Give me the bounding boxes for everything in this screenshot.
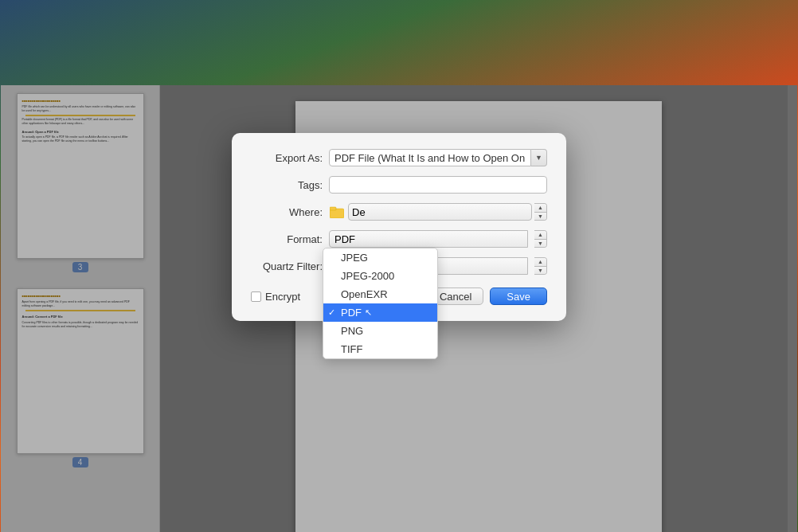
dialog-buttons: Cancel Save <box>428 288 547 305</box>
where-stepper[interactable]: ▲ ▼ <box>534 203 547 221</box>
where-arrow-up[interactable]: ▲ <box>534 204 546 213</box>
export-as-input-group: ▼ <box>329 149 547 166</box>
encrypt-checkbox[interactable] <box>251 291 261 302</box>
export-as-input[interactable] <box>329 149 531 166</box>
quartz-stepper-down[interactable]: ▼ <box>534 267 546 275</box>
cursor-arrow: ↖ <box>365 307 372 318</box>
quartz-stepper[interactable]: ▲ ▼ <box>534 257 547 275</box>
format-option-openexr[interactable]: OpenEXR <box>323 285 437 303</box>
format-option-pdf-label: PDF <box>341 307 362 319</box>
format-option-tiff[interactable]: TIFF <box>323 340 437 358</box>
where-selector-group: De ▲ ▼ <box>329 203 547 221</box>
export-as-dropdown-btn[interactable]: ▼ <box>531 149 547 166</box>
format-option-jpeg2000[interactable]: JPEG-2000 <box>323 267 437 285</box>
format-option-png[interactable]: PNG <box>323 322 437 340</box>
quartz-label: Quartz Filter: <box>251 260 323 272</box>
format-option-pdf[interactable]: ✓ PDF ↖ <box>323 303 437 322</box>
tags-input[interactable] <box>329 176 547 194</box>
format-stepper-down[interactable]: ▼ <box>534 240 546 248</box>
encrypt-checkbox-group: Encrypt <box>251 291 300 303</box>
format-option-openexr-label: OpenEXR <box>341 288 388 300</box>
format-label: Format: <box>251 233 323 245</box>
where-value: De <box>352 206 366 218</box>
format-option-jpeg[interactable]: JPEG <box>323 248 437 267</box>
format-option-jpeg-label: JPEG <box>341 252 368 264</box>
format-option-png-label: PNG <box>341 325 363 337</box>
format-row: Format: PDF ▲ ▼ JPEG JPEG-2000 <box>251 230 547 248</box>
app-content: ■■■■■■■■■■■■■■■■■■■■ PDF file which can … <box>1 85 797 532</box>
tags-label: Tags: <box>251 179 323 191</box>
tags-row: Tags: <box>251 176 547 194</box>
format-dropdown-menu: JPEG JPEG-2000 OpenEXR ✓ PDF ↖ <box>323 248 438 359</box>
export-as-row: Export As: ▼ <box>251 149 547 166</box>
app-window: PDF File (What It Is and How to Open One… <box>0 19 798 532</box>
export-dialog: Export As: ▼ Tags: Where: <box>232 133 566 321</box>
format-option-tiff-label: TIFF <box>341 343 362 355</box>
save-button[interactable]: Save <box>490 288 547 305</box>
format-value: PDF <box>334 233 355 245</box>
svg-rect-1 <box>330 207 336 210</box>
where-arrow-down[interactable]: ▼ <box>534 213 546 221</box>
export-dialog-overlay: Export As: ▼ Tags: Where: <box>1 85 797 532</box>
where-label: Where: <box>251 206 323 218</box>
format-stepper-up[interactable]: ▲ <box>534 231 546 240</box>
export-as-label: Export As: <box>251 152 323 164</box>
checkmark-icon: ✓ <box>328 307 335 318</box>
format-stepper[interactable]: ▲ ▼ <box>534 230 547 248</box>
format-selector[interactable]: PDF <box>329 230 528 248</box>
format-option-jpeg2000-label: JPEG-2000 <box>341 270 394 282</box>
folder-icon <box>329 204 345 220</box>
where-selector[interactable]: De <box>348 203 532 221</box>
encrypt-label: Encrypt <box>265 291 300 303</box>
where-row: Where: De ▲ ▼ <box>251 203 547 221</box>
quartz-stepper-up[interactable]: ▲ <box>534 258 546 267</box>
